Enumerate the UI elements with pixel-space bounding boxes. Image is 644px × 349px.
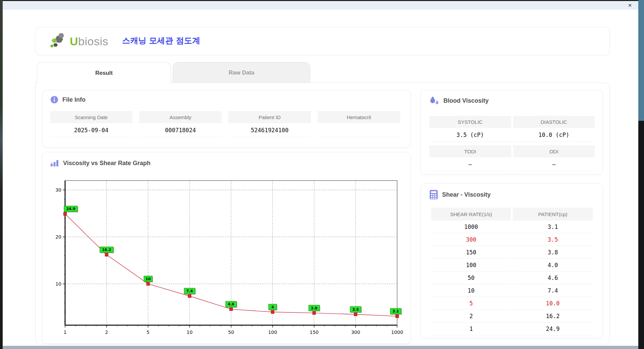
field-scanning-date: Scanning Date 2025-09-04 [50,111,132,137]
y-tick-label: 20 [55,234,61,240]
shear-rate-cell: 1 [431,322,511,335]
bar-chart-icon [50,159,59,167]
x-tick-label: 10 [186,330,193,335]
ubiosis-logo: Ubiosis [50,33,108,49]
point-label-text: 16.2 [102,248,111,252]
field-value: 000718024 [139,123,222,137]
y-tick-label: 30 [55,187,61,193]
tab-result-label: Result [95,70,113,77]
column-header-shear-rate: SHEAR RATE(1/s) [431,208,511,220]
y-tick-label: 10 [55,281,61,287]
field-value: 52461924100 [228,123,311,137]
table-row: 3003.5 [431,233,593,246]
shear-rate-cell: 10 [431,284,511,297]
shear-rate-cell: 1000 [431,220,511,233]
shear-rate-cell: 2 [431,310,511,322]
tab-result[interactable]: Result [37,62,171,84]
viscosity-shear-chart: 1020301251050100150300100024.916.2107.44… [46,177,409,342]
table-row: 1004.0 [431,259,593,271]
odi-label: ODI [513,145,595,157]
x-tick-label: 1 [64,330,67,335]
point-label-text: 3.8 [311,306,318,310]
todi-value: – [429,157,511,171]
x-tick-label: 2 [105,330,108,335]
point-label-text: 4.6 [228,302,234,306]
table-row: 510.0 [431,297,593,310]
shear-rate-cell: 5 [431,297,511,310]
x-tick-label: 300 [351,330,360,335]
shear-rate-cell: 50 [431,271,511,284]
close-icon[interactable]: × [626,2,634,9]
logo-letter-u: U [70,35,78,48]
table-row: 1503.8 [431,246,593,259]
table-row: 504.6 [431,271,593,284]
patient-viscosity-cell: 24.9 [513,322,593,335]
file-info-fields: Scanning Date 2025-09-04 Assembly 000718… [50,111,407,137]
calculator-icon [429,190,438,200]
point-label-text: 4 [271,305,274,309]
diastolic-value: 10.0 (cP) [513,128,595,142]
x-tick-label: 50 [228,330,234,335]
patient-viscosity-cell: 16.2 [513,310,593,322]
patient-viscosity-cell: 3.1 [513,220,593,233]
ubiosis-logo-icon [50,33,68,49]
info-icon [50,96,58,104]
table-row: 10003.1 [431,220,593,233]
field-label: Assembly [139,111,222,123]
shear-viscosity-title: Shear - Viscosity [442,191,491,198]
patient-viscosity-cell: 3.8 [513,246,593,259]
x-tick-label: 150 [310,330,319,335]
shear-rate-cell: 100 [431,259,511,271]
field-label: Hematocrit [318,111,400,123]
shear-viscosity-card: Shear - Viscosity SHEAR RATE(1/s) PATIEN… [420,183,603,338]
field-assembly: Assembly 000718024 [139,111,222,137]
diastolic-label: DIASTOLIC [513,116,595,128]
point-label-text: 7.4 [186,289,193,293]
field-value: 2025-09-04 [50,123,132,137]
blood-viscosity-card: Blood Viscosity SYSTOLIC DIASTOLIC 3.5 (… [420,90,603,174]
patient-viscosity-cell: 7.4 [513,284,593,297]
field-label: Patient ID [228,111,311,123]
window-bottom-border [3,346,638,349]
field-value [318,123,400,137]
x-tick-label: 100 [268,330,277,335]
field-hematocrit: Hematocrit [318,111,400,137]
field-patient-id: Patient ID 52461924100 [228,111,311,137]
file-info-title: File Info [62,96,86,103]
file-info-card: File Info Scanning Date 2025-09-04 Assem… [42,90,411,148]
point-label-text: 3.1 [392,309,399,313]
header-card: Ubiosis 스캐닝 모세관 점도계 [35,27,610,55]
todi-label: TODI [429,145,511,157]
app-window: × Ubiosis 스캐닝 모세관 점도계 Result Raw Data [3,1,638,346]
table-row: 216.2 [431,310,593,322]
logo-rest: biosis [78,35,108,48]
patient-viscosity-cell: 4.0 [513,259,593,271]
systolic-label: SYSTOLIC [429,116,511,128]
point-label-text: 24.9 [66,207,75,211]
app-title-korean: 스캐닝 모세관 점도계 [122,35,200,46]
tab-raw-data-label: Raw Data [229,69,255,76]
shear-rate-cell: 300 [431,233,511,246]
title-bar: × [3,1,638,10]
column-header-patient: PATIENT(cp) [513,208,593,220]
blood-drops-icon [429,96,439,106]
desktop-edge-right-top [638,0,644,121]
shear-viscosity-table: SHEAR RATE(1/s) PATIENT(cp) 10003.13003.… [429,208,595,335]
desktop-edge-left [0,0,3,349]
blood-viscosity-title: Blood Viscosity [443,97,489,104]
x-tick-label: 1000 [391,330,403,335]
blood-viscosity-grid: SYSTOLIC DIASTOLIC 3.5 (cP) 10.0 (cP) TO… [429,116,595,171]
tab-raw-data[interactable]: Raw Data [173,62,310,83]
ubiosis-logo-text: Ubiosis [70,35,108,48]
table-row: 124.9 [431,322,593,335]
patient-viscosity-cell: 3.5 [513,233,593,246]
shear-rate-cell: 150 [431,246,511,259]
odi-value: – [513,157,595,171]
patient-viscosity-cell: 10.0 [513,297,593,310]
point-label-text: 3.5 [353,307,359,312]
table-row: 107.4 [431,284,593,297]
field-label: Scanning Date [50,111,132,123]
patient-viscosity-cell: 4.6 [513,271,593,284]
graph-title: Viscosity vs Shear Rate Graph [63,160,151,167]
point-label-text: 10 [146,277,151,281]
